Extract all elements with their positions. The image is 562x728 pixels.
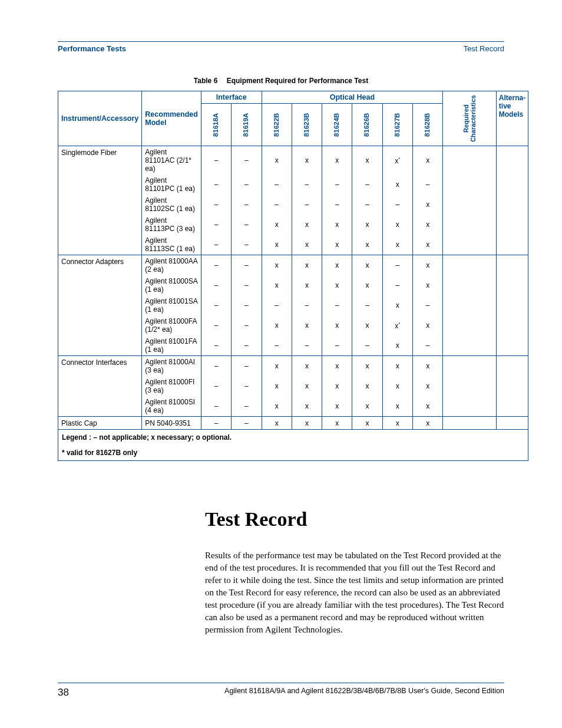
instrument-cell: Connector Adapters	[58, 255, 142, 356]
mark-cell: –	[201, 417, 231, 430]
mark-cell: x	[413, 215, 443, 235]
model-cell: Agilent 81000SA (1 ea)	[142, 275, 201, 295]
mark-cell: x	[382, 396, 412, 417]
mark-cell: x	[413, 195, 443, 215]
mark-cell: x	[352, 376, 382, 396]
mark-cell: –	[232, 315, 262, 335]
mark-cell: x	[382, 335, 412, 356]
mark-cell: x	[413, 146, 443, 175]
mark-cell: x	[292, 417, 322, 430]
mark-cell: –	[201, 335, 231, 356]
mark-cell	[496, 376, 528, 396]
mark-cell: –	[262, 335, 292, 356]
mark-cell: x	[382, 215, 412, 235]
model-cell: Agilent 81001SA (1 ea)	[142, 295, 201, 315]
mark-cell: –	[201, 235, 231, 255]
mark-cell: –	[232, 235, 262, 255]
table-row: Singlemode FiberAgilent 81101AC (2/1* ea…	[58, 146, 528, 175]
mark-cell: –	[382, 255, 412, 276]
mark-cell: x	[352, 417, 382, 430]
mark-cell: x	[352, 356, 382, 377]
mark-cell: x	[413, 396, 443, 417]
header-left: Performance Tests	[58, 44, 126, 53]
mark-cell	[443, 356, 497, 377]
th-81626B: 81626B	[352, 104, 382, 146]
mark-cell: –	[352, 295, 382, 315]
mark-cell	[496, 146, 528, 175]
mark-cell: –	[262, 195, 292, 215]
mark-cell: –	[232, 255, 262, 276]
mark-cell: –	[382, 195, 412, 215]
table-row: Connector AdaptersAgilent 81000AA (2 ea)…	[58, 255, 528, 276]
mark-cell: x	[352, 396, 382, 417]
mark-cell: –	[232, 146, 262, 175]
mark-cell: x*	[382, 315, 412, 335]
model-cell: Agilent 81000FI (3 ea)	[142, 376, 201, 396]
page-number: 38	[58, 687, 69, 699]
mark-cell: x	[322, 396, 352, 417]
mark-cell: –	[382, 275, 412, 295]
th-81627B: 81627B	[382, 104, 412, 146]
table-caption: Table 6 Equipment Required for Performan…	[58, 77, 504, 85]
mark-cell: x	[382, 417, 412, 430]
model-cell: Agilent 81000AI (3 ea)	[142, 356, 201, 377]
model-cell: Agilent 81000FA (1/2* ea)	[142, 315, 201, 335]
mark-cell: –	[201, 146, 231, 175]
model-cell: Agilent 81001FA (1 ea)	[142, 335, 201, 356]
table-row: Connector InterfacesAgilent 81000AI (3 e…	[58, 356, 528, 377]
mark-cell: –	[292, 195, 322, 215]
mark-cell: x	[292, 235, 322, 255]
footer-rule	[58, 683, 504, 683]
instrument-cell: Singlemode Fiber	[58, 146, 142, 255]
model-cell: PN 5040-9351	[142, 417, 201, 430]
mark-cell: x	[292, 376, 322, 396]
mark-cell: x	[262, 275, 292, 295]
mark-cell: x	[292, 215, 322, 235]
mark-cell: x	[322, 215, 352, 235]
table-caption-prefix: Table 6	[194, 77, 217, 85]
mark-cell	[496, 255, 528, 276]
mark-cell	[443, 235, 497, 255]
mark-cell: –	[201, 275, 231, 295]
th-altmodels: Alterna- tive Models	[496, 91, 528, 146]
th-optical: Optical Head	[262, 91, 443, 104]
mark-cell	[443, 275, 497, 295]
mark-cell: x	[262, 417, 292, 430]
table-caption-text: Equipment Required for Performance Test	[227, 77, 369, 85]
mark-cell: x	[262, 146, 292, 175]
mark-cell: –	[201, 396, 231, 417]
mark-cell: x	[292, 255, 322, 276]
mark-cell: x	[413, 376, 443, 396]
mark-cell: x	[352, 315, 382, 335]
mark-cell: –	[201, 315, 231, 335]
mark-cell: x	[292, 146, 322, 175]
mark-cell	[443, 396, 497, 417]
th-interface: Interface	[201, 91, 262, 104]
mark-cell: –	[262, 295, 292, 315]
mark-cell: –	[201, 195, 231, 215]
mark-cell: x	[382, 356, 412, 377]
equipment-table: Instrument/Accessory Recommended Model I…	[58, 91, 528, 461]
mark-cell: x	[413, 356, 443, 377]
mark-cell: –	[352, 335, 382, 356]
mark-cell	[443, 215, 497, 235]
mark-cell: –	[201, 376, 231, 396]
mark-cell: x	[262, 315, 292, 335]
mark-cell	[443, 376, 497, 396]
mark-cell: x	[292, 315, 322, 335]
mark-cell: x	[322, 315, 352, 335]
mark-cell: x	[352, 255, 382, 276]
model-cell: Agilent 81000AA (2 ea)	[142, 255, 201, 276]
mark-cell: –	[232, 295, 262, 315]
mark-cell: x	[262, 235, 292, 255]
mark-cell: x	[382, 376, 412, 396]
th-81618A: 81618A	[201, 104, 231, 146]
mark-cell: –	[232, 195, 262, 215]
mark-cell: –	[413, 335, 443, 356]
mark-cell: –	[322, 295, 352, 315]
mark-cell: x	[322, 146, 352, 175]
mark-cell: –	[232, 275, 262, 295]
mark-cell: x	[262, 215, 292, 235]
mark-cell	[496, 356, 528, 377]
legend-line-2: * valid for 81627B only	[58, 445, 528, 461]
